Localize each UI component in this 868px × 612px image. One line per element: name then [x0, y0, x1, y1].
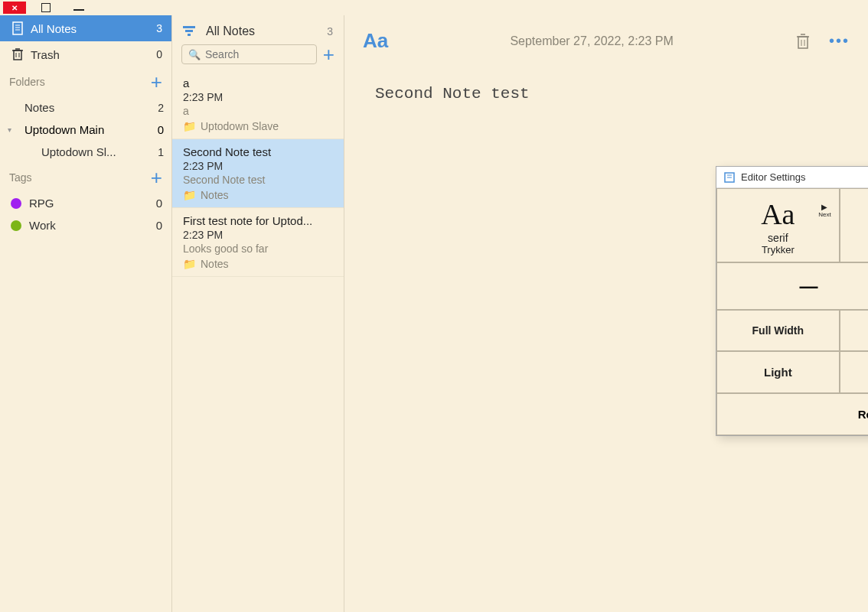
- svg-rect-9: [183, 26, 195, 28]
- svg-rect-11: [188, 34, 191, 36]
- tag-color-dot: [11, 198, 21, 209]
- more-options-button[interactable]: •••: [829, 32, 850, 50]
- note-list-item[interactable]: Second Note test 2:23 PM Second Note tes…: [172, 139, 344, 208]
- next-icon[interactable]: Next: [818, 203, 830, 218]
- tag-color-dot: [11, 220, 21, 231]
- note-list-item[interactable]: First test note for Uptod... 2:23 PM Loo…: [172, 208, 344, 277]
- folder-notes[interactable]: Notes 2: [0, 96, 171, 119]
- svg-rect-0: [13, 22, 22, 34]
- editor-panel: Aa September 27, 2022, 2:23 PM ••• Secon…: [344, 15, 868, 612]
- sidebar-all-notes[interactable]: All Notes 3: [0, 15, 171, 41]
- trash-icon: [9, 47, 26, 61]
- font-sans-button[interactable]: Aa Next sansSerif Segoe UI: [840, 188, 868, 262]
- editor-settings-modal: Editor Settings — ☐ ✕ Aa Next serif Tryk…: [716, 166, 868, 436]
- decrease-size-button[interactable]: —: [716, 262, 868, 310]
- folder-icon: 📁: [183, 189, 196, 201]
- window-close-button[interactable]: ✕: [3, 2, 26, 14]
- note-list-panel: All Notes 3 🔍 + a 2:23 PM a 📁Uptodown Sl…: [172, 15, 344, 612]
- window-maximize-button[interactable]: [41, 3, 51, 12]
- narrow-width-button[interactable]: ←|→: [840, 310, 868, 351]
- folder-icon: 📁: [183, 258, 196, 270]
- note-body[interactable]: Second Note test: [344, 67, 868, 121]
- sidebar: All Notes 3 Trash 0 Folders + Notes 2 ▾ …: [0, 15, 172, 612]
- svg-rect-10: [185, 30, 193, 32]
- modal-titlebar[interactable]: Editor Settings — ☐ ✕: [716, 167, 868, 188]
- add-tag-button[interactable]: +: [151, 168, 162, 187]
- font-serif-button[interactable]: Aa Next serif Trykker: [716, 188, 840, 262]
- full-width-button[interactable]: Full Width: [716, 310, 840, 351]
- search-input-wrapper[interactable]: 🔍: [181, 44, 317, 64]
- sidebar-trash-count: 0: [156, 48, 162, 60]
- add-note-button[interactable]: +: [323, 44, 334, 64]
- theme-dark-button[interactable]: Dark: [840, 351, 868, 393]
- note-timestamp: September 27, 2022, 2:23 PM: [388, 34, 795, 48]
- folder-uptodown-main[interactable]: ▾ Uptodown Main 0: [0, 119, 171, 141]
- search-icon: 🔍: [188, 49, 201, 60]
- notes-icon: [9, 21, 26, 35]
- delete-note-button[interactable]: [795, 33, 811, 50]
- svg-rect-4: [14, 50, 21, 60]
- folder-uptodown-slave[interactable]: Uptodown Sl... 1: [0, 141, 171, 163]
- tag-work[interactable]: Work 0: [0, 214, 171, 236]
- note-list-item[interactable]: a 2:23 PM a 📁Uptodown Slave: [172, 70, 344, 139]
- filter-icon[interactable]: [183, 26, 195, 37]
- sidebar-trash[interactable]: Trash 0: [0, 41, 171, 67]
- chevron-down-icon[interactable]: ▾: [8, 125, 11, 134]
- folder-icon: 📁: [183, 120, 196, 132]
- note-list-header: All Notes 3: [172, 15, 344, 44]
- app-icon: [724, 172, 735, 183]
- window-minimize-button[interactable]: [73, 9, 84, 11]
- window-titlebar: ✕: [0, 0, 868, 15]
- editor-settings-button[interactable]: Aa: [363, 29, 388, 53]
- svg-rect-12: [798, 37, 808, 48]
- folders-header: Folders +: [0, 67, 171, 96]
- search-input[interactable]: [205, 48, 310, 60]
- sidebar-trash-label: Trash: [31, 48, 156, 61]
- add-folder-button[interactable]: +: [151, 72, 162, 92]
- sidebar-all-notes-count: 3: [156, 22, 162, 34]
- sidebar-all-notes-label: All Notes: [31, 22, 156, 35]
- reset-default-button[interactable]: Reset to default: [716, 393, 868, 435]
- theme-light-button[interactable]: Light: [716, 351, 840, 393]
- tag-rpg[interactable]: RPG 0: [0, 192, 171, 214]
- tags-header: Tags +: [0, 163, 171, 192]
